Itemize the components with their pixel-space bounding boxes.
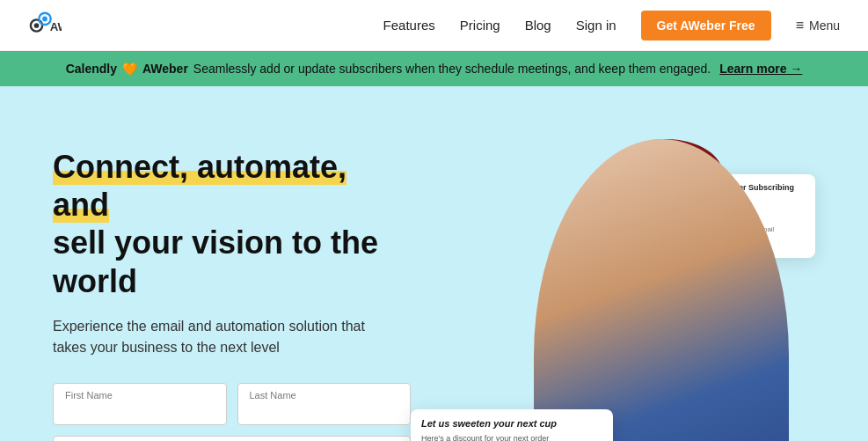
last-name-label: Last Name [250,390,296,401]
email-input[interactable] [53,436,411,441]
nav-links: Features Pricing Blog Sign in Get AWeber… [383,11,840,40]
nav-signin[interactable]: Sign in [576,18,616,33]
hero-section: Connect, automate, and sell your vision … [0,86,868,441]
svg-point-1 [34,23,40,28]
nav-blog[interactable]: Blog [525,18,551,33]
menu-label: Menu [809,18,840,33]
hero-title-line2: sell your vision to the world [53,224,378,298]
hero-right: GetResponse: Thanks for Subscribing From… [411,139,815,441]
svg-text:AWeber: AWeber [50,19,62,33]
hero-subtitle: Experience the email and automation solu… [53,316,387,358]
announcement-brand2: AWeber [142,62,188,76]
svg-point-3 [42,16,47,21]
menu-button[interactable]: ≡ Menu [796,18,840,33]
logo[interactable]: AWeber [28,9,62,42]
announcement-brand1: Calendly [66,62,117,76]
learn-more-link[interactable]: Learn more → [719,62,802,76]
nav-features[interactable]: Features [383,18,435,33]
announcement-text: Seamlessly add or update subscribers whe… [193,62,711,76]
name-fields-row: First Name Last Name [53,383,411,425]
navbar: AWeber Features Pricing Blog Sign in Get… [0,0,868,51]
hero-title: Connect, automate, and sell your vision … [53,148,411,300]
mockup-bottom-title: Let us sweeten your next cup [421,418,602,429]
get-aweber-free-button[interactable]: Get AWeber Free [641,11,771,40]
announcement-bar: Calendly 🧡 AWeber Seamlessly add or upda… [0,51,868,86]
hamburger-icon: ≡ [796,18,804,33]
mockup-bottom-sub: Here's a discount for your next order [421,434,602,441]
hero-left: Connect, automate, and sell your vision … [53,139,411,441]
first-name-wrapper: First Name [53,383,227,425]
last-name-wrapper: Last Name [237,383,412,425]
aweber-logo-icon: AWeber [28,9,62,42]
hero-title-line1: Connect, automate, and [53,149,346,223]
nav-pricing[interactable]: Pricing [460,18,500,33]
email-mockup-bottom: Let us sweeten your next cup Here's a di… [411,409,613,441]
heart-icon: 🧡 [122,62,137,76]
first-name-label: First Name [65,390,113,401]
email-wrapper: Email Address [53,436,411,441]
